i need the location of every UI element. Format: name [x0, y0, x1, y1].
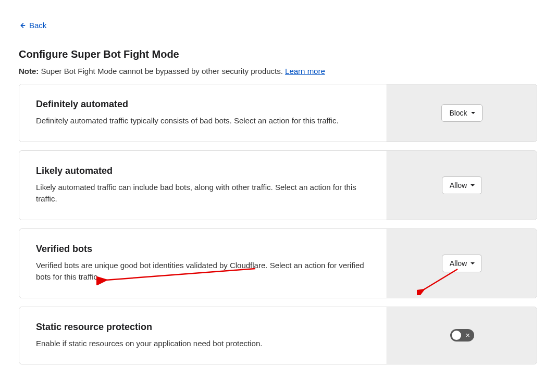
card-left: Verified bots Verified bots are unique g…: [19, 229, 387, 298]
action-select-verified[interactable]: Allow: [442, 255, 482, 272]
note-line: Note: Super Bot Fight Mode cannot be byp…: [19, 67, 537, 75]
page-title: Configure Super Bot Fight Mode: [19, 48, 537, 60]
action-select-definitely[interactable]: Block: [441, 104, 482, 122]
arrow-left-icon: [19, 22, 26, 29]
toggle-knob: [452, 331, 461, 340]
card-desc: Enable if static resources on your appli…: [36, 338, 370, 350]
card-verified-bots: Verified bots Verified bots are unique g…: [19, 229, 537, 298]
card-desc: Likely automated traffic can include bad…: [36, 182, 370, 205]
card-right: Allow: [387, 229, 537, 298]
action-select-likely[interactable]: Allow: [442, 176, 482, 194]
select-label: Block: [449, 109, 467, 117]
card-likely-automated: Likely automated Likely automated traffi…: [19, 150, 537, 220]
card-title: Definitely automated: [36, 99, 370, 110]
caret-down-icon: [471, 110, 476, 116]
close-icon: ✕: [465, 333, 470, 338]
learn-more-link[interactable]: Learn more: [285, 67, 325, 75]
card-right: Allow: [387, 151, 537, 220]
select-label: Allow: [450, 181, 467, 189]
note-label: Note:: [19, 67, 39, 75]
toggle-static-resource[interactable]: ✕: [450, 329, 474, 342]
card-definitely-automated: Definitely automated Definitely automate…: [19, 84, 537, 142]
card-left: Static resource protection Enable if sta…: [19, 307, 387, 364]
card-desc: Verified bots are unique good bot identi…: [36, 260, 370, 283]
back-label: Back: [29, 21, 46, 30]
card-left: Likely automated Likely automated traffi…: [19, 151, 387, 220]
caret-down-icon: [470, 261, 475, 266]
card-static-resource: Static resource protection Enable if sta…: [19, 307, 537, 365]
select-label: Allow: [450, 259, 467, 268]
back-link[interactable]: Back: [19, 21, 46, 30]
caret-down-icon: [470, 183, 475, 188]
note-text: Super Bot Fight Mode cannot be bypassed …: [39, 67, 285, 75]
card-title: Static resource protection: [36, 322, 370, 333]
card-left: Definitely automated Definitely automate…: [19, 84, 387, 142]
card-desc: Definitely automated traffic typically c…: [36, 115, 370, 127]
card-right: Block: [387, 84, 537, 142]
card-right: ✕: [387, 307, 537, 364]
card-title: Likely automated: [36, 166, 370, 176]
card-title: Verified bots: [36, 244, 370, 255]
